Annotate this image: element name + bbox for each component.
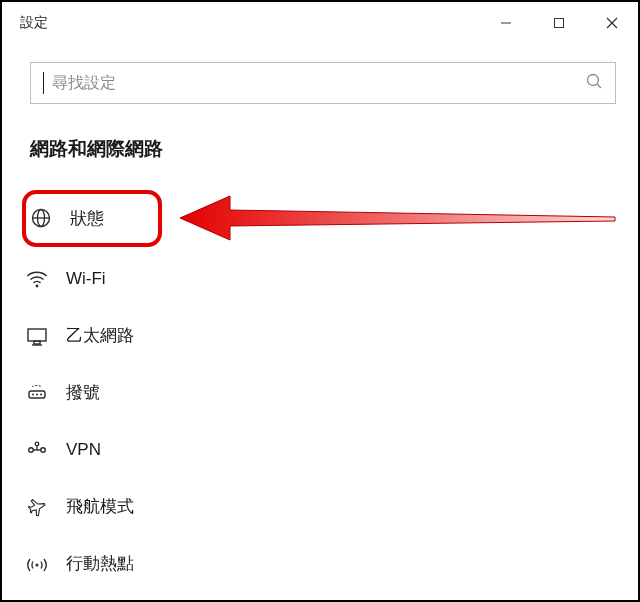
maximize-button[interactable] <box>532 2 585 44</box>
minimize-button[interactable] <box>479 2 532 44</box>
svg-marker-9 <box>180 196 615 240</box>
section-header: 網路和網際網路 <box>2 108 638 170</box>
search-placeholder: 尋找設定 <box>52 73 577 94</box>
search-input[interactable]: 尋找設定 <box>30 62 616 104</box>
menu-item-wifi[interactable]: Wi-Fi <box>2 250 638 307</box>
maximize-icon <box>553 17 565 29</box>
svg-point-4 <box>588 75 599 86</box>
text-cursor <box>43 72 44 94</box>
menu-item-dialup[interactable]: 撥號 <box>2 364 638 421</box>
settings-window: 設定 尋找設定 網路和網際網路 <box>0 0 640 602</box>
menu-item-label: Wi-Fi <box>66 269 106 289</box>
close-button[interactable] <box>585 2 638 44</box>
dialup-icon <box>26 382 48 404</box>
vpn-icon <box>26 439 48 461</box>
svg-point-15 <box>32 393 34 395</box>
airplane-icon <box>26 496 48 518</box>
svg-point-10 <box>36 284 39 287</box>
svg-point-18 <box>29 447 34 452</box>
svg-line-5 <box>597 84 601 88</box>
menu-item-label: 乙太網路 <box>66 324 134 347</box>
menu-item-label: VPN <box>66 440 101 460</box>
svg-point-23 <box>36 563 39 566</box>
menu-item-airplane[interactable]: 飛航模式 <box>2 478 638 535</box>
menu-item-vpn[interactable]: VPN <box>2 421 638 478</box>
menu-item-ethernet[interactable]: 乙太網路 <box>2 307 638 364</box>
menu-item-label: 行動熱點 <box>66 552 134 575</box>
wifi-icon <box>26 268 48 290</box>
ethernet-icon <box>26 325 48 347</box>
menu-item-label: 撥號 <box>66 381 100 404</box>
svg-point-21 <box>35 442 39 446</box>
menu-item-hotspot[interactable]: 行動熱點 <box>2 535 638 592</box>
menu-item-label: 飛航模式 <box>66 495 134 518</box>
menu: 狀態 Wi-Fi 乙太網路 <box>2 170 638 592</box>
svg-rect-1 <box>554 19 563 28</box>
window-controls <box>479 2 638 44</box>
menu-item-label: 狀態 <box>70 207 104 230</box>
svg-point-17 <box>40 393 42 395</box>
hotspot-icon <box>26 553 48 575</box>
minimize-icon <box>500 17 512 29</box>
search-icon <box>585 72 603 94</box>
svg-point-19 <box>41 447 46 452</box>
svg-rect-11 <box>28 329 46 341</box>
svg-point-16 <box>36 393 38 395</box>
annotation-arrow <box>180 188 620 248</box>
svg-point-7 <box>38 210 45 227</box>
close-icon <box>606 17 618 29</box>
window-title: 設定 <box>20 14 48 32</box>
svg-point-6 <box>33 210 50 227</box>
svg-rect-12 <box>34 341 40 344</box>
menu-item-status[interactable]: 狀態 <box>22 190 162 247</box>
title-bar: 設定 <box>2 2 638 44</box>
globe-icon <box>30 207 52 229</box>
highlighted-row: 狀態 <box>2 188 638 248</box>
search-container: 尋找設定 <box>2 44 638 108</box>
